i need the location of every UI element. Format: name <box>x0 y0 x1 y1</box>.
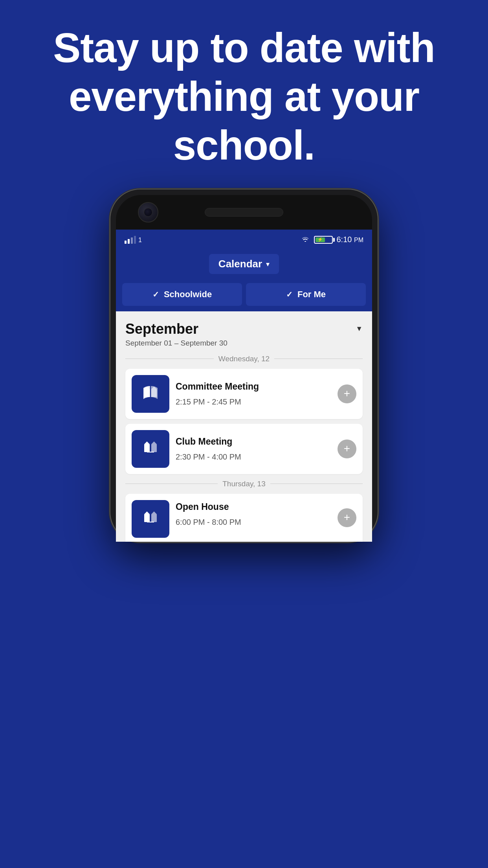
day-line-right-thu <box>270 484 363 484</box>
svg-rect-12 <box>151 514 157 522</box>
add-icon-openhouse: + <box>344 512 350 523</box>
forme-check-icon: ✓ <box>286 290 293 299</box>
phone-speaker <box>205 208 283 217</box>
book-icon-club <box>139 438 161 460</box>
dropdown-arrow-icon: ▾ <box>266 260 270 268</box>
phone-screen: 1 ⚡ <box>116 230 372 542</box>
day-line-left <box>125 359 214 359</box>
event-card-club: Club Meeting 2:30 PM - 4:00 PM + <box>125 424 363 474</box>
phone-camera <box>138 202 158 223</box>
svg-marker-6 <box>144 441 150 444</box>
svg-rect-7 <box>151 444 157 452</box>
battery-tip <box>333 238 335 242</box>
status-time: 6:10 PM <box>337 235 364 244</box>
svg-rect-5 <box>144 444 150 452</box>
filter-forme-button[interactable]: ✓ For Me <box>246 283 366 306</box>
svg-marker-8 <box>151 441 157 444</box>
event-details-committee: Committee Meeting 2:15 PM - 2:45 PM <box>176 381 356 406</box>
add-event-committee-button[interactable]: + <box>338 384 356 403</box>
phone-outer: 1 ⚡ <box>110 189 378 542</box>
day-separator-thu: Thursday, 13 <box>125 480 363 488</box>
battery-fill: ⚡ <box>316 237 325 242</box>
signal-bar-1 <box>125 241 127 244</box>
event-title-committee: Committee Meeting <box>176 381 333 392</box>
forme-filter-label: For Me <box>297 289 326 300</box>
event-card-openhouse: Open House 6:00 PM - 8:00 PM + <box>125 494 363 542</box>
day-label-wed: Wednesday, 12 <box>218 355 270 363</box>
app-header: Calendar ▾ <box>116 250 372 278</box>
month-header: September ▼ <box>125 321 363 337</box>
event-icon-box-openhouse <box>132 500 169 538</box>
event-time-openhouse: 6:00 PM - 8:00 PM <box>176 518 333 527</box>
event-details-club: Club Meeting 2:30 PM - 4:00 PM <box>176 436 356 462</box>
add-icon-club: + <box>344 443 350 454</box>
add-event-openhouse-button[interactable]: + <box>338 508 356 527</box>
status-bar-right: ⚡ 6:10 PM <box>301 235 364 244</box>
event-icon-box-club <box>132 430 169 468</box>
month-arrow-icon[interactable]: ▼ <box>356 325 363 333</box>
signal-bar-4 <box>134 236 136 244</box>
event-details-openhouse: Open House 6:00 PM - 8:00 PM <box>176 500 356 527</box>
event-icon-box-committee <box>132 375 169 413</box>
svg-rect-10 <box>144 514 150 522</box>
phone-bezel-top <box>116 195 372 230</box>
book-icon-openhouse <box>139 508 161 530</box>
day-line-left-thu <box>125 484 218 484</box>
svg-rect-3 <box>151 389 157 397</box>
month-title: September <box>125 321 198 337</box>
add-icon-committee: + <box>344 388 350 399</box>
svg-marker-11 <box>144 511 150 514</box>
status-bar-left: 1 <box>125 236 142 244</box>
filter-schoolwide-button[interactable]: ✓ Schoolwide <box>122 283 242 306</box>
event-time-club: 2:30 PM - 4:00 PM <box>176 452 333 462</box>
event-time-committee: 2:15 PM - 2:45 PM <box>176 397 333 406</box>
schoolwide-filter-label: Schoolwide <box>164 289 212 300</box>
battery-bolt-icon: ⚡ <box>317 237 323 242</box>
event-title-openhouse: Open House <box>176 502 333 512</box>
day-label-thu: Thursday, 13 <box>222 480 265 488</box>
day-separator-wed: Wednesday, 12 <box>125 355 363 363</box>
signal-bar-3 <box>131 237 133 244</box>
signal-number: 1 <box>138 237 142 244</box>
wifi-icon <box>301 235 310 244</box>
phone-wrapper: 1 ⚡ <box>0 189 488 542</box>
calendar-dropdown[interactable]: Calendar ▾ <box>209 254 279 274</box>
hero-section: Stay up to date with everything at your … <box>0 0 488 182</box>
hero-title: Stay up to date with everything at your … <box>31 24 457 170</box>
schoolwide-check-icon: ✓ <box>152 290 159 299</box>
battery-icon: ⚡ <box>314 236 333 244</box>
add-event-club-button[interactable]: + <box>338 440 356 458</box>
book-icon-committee <box>139 383 161 405</box>
status-bar: 1 ⚡ <box>116 230 372 250</box>
svg-marker-13 <box>151 511 157 514</box>
signal-icon <box>125 236 136 244</box>
svg-rect-1 <box>144 389 150 397</box>
event-title-club: Club Meeting <box>176 436 333 447</box>
signal-bar-2 <box>128 239 130 244</box>
event-card-committee: Committee Meeting 2:15 PM - 2:45 PM + <box>125 369 363 419</box>
month-range: September 01 – September 30 <box>125 339 363 348</box>
day-line-right <box>274 359 363 359</box>
filter-row: ✓ Schoolwide ✓ For Me <box>116 278 372 311</box>
calendar-dropdown-label: Calendar <box>218 258 262 270</box>
calendar-content: September ▼ September 01 – September 30 … <box>116 311 372 542</box>
